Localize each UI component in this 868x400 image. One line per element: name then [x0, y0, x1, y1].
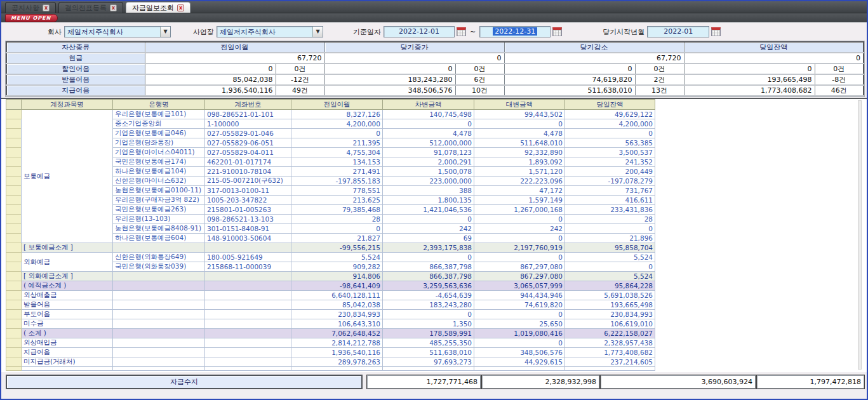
row-selector-cell[interactable]	[6, 186, 22, 196]
summary-row[interactable]: 할인어음00건00건00건00건	[6, 63, 864, 74]
calendar-icon[interactable]	[552, 27, 562, 36]
bank-name-cell: 기업은행(당좌통장)	[113, 138, 205, 148]
close-icon[interactable]: x	[177, 4, 184, 11]
table-row[interactable]: [ 외화예금소계 ]914,806866,387,798867,297,0805…	[6, 272, 655, 281]
row-selector-cell[interactable]	[6, 234, 22, 243]
account-number-cell	[205, 272, 291, 281]
table-row[interactable]: 미지급금(거래처)289,978,26397,693,27344,929,615…	[6, 357, 655, 367]
row-selector-cell[interactable]	[6, 338, 22, 348]
row-selector-cell[interactable]	[6, 129, 22, 138]
table-row[interactable]: 외화예금신한은행(외화통장649)180-005-9216495,524005,…	[6, 253, 655, 262]
table-row[interactable]: 미수금106,643,3101,35025,650106,619,010	[6, 319, 655, 329]
fund-balance-footer: 자금수지 1,727,771,468 2,328,932,998 3,690,6…	[6, 375, 867, 389]
amount-cell: 242	[474, 224, 565, 234]
row-selector-cell[interactable]	[6, 329, 22, 338]
amount-cell: 8,327,126	[291, 110, 383, 119]
row-selector-cell[interactable]	[6, 177, 22, 186]
tab-voucher-entry[interactable]: 결의전표등록 x	[58, 2, 123, 13]
row-selector-cell[interactable]	[6, 281, 22, 291]
company-select[interactable]: 제일저지주식회사 ▼	[64, 26, 171, 37]
table-row[interactable]: [ 보통예금소계 ]-99,556,2152,393,175,8382,197,…	[6, 243, 655, 253]
account-number-cell: 1005-203-347822	[205, 196, 291, 205]
amount-cell: 5,524	[565, 272, 655, 281]
table-row[interactable]: ( 소계 )7,062,648,452178,589,9911,019,080,…	[6, 329, 655, 338]
row-selector-cell[interactable]	[6, 205, 22, 215]
vertical-scrollbar[interactable]	[858, 100, 862, 370]
row-selector-cell[interactable]	[6, 357, 22, 367]
row-selector-cell[interactable]	[6, 215, 22, 224]
close-icon[interactable]: x	[110, 4, 117, 11]
amount-cell: 867,297,080	[474, 272, 565, 281]
row-selector-cell[interactable]	[6, 224, 22, 234]
amount-cell: 2,197,760,919	[474, 243, 565, 253]
date-range-tilde: ~	[470, 28, 476, 36]
amount-cell: 0	[291, 129, 383, 138]
account-number-cell: 180-005-921649	[205, 253, 291, 262]
amount-cell: 95,858,704	[565, 243, 655, 253]
row-selector-cell[interactable]	[6, 243, 22, 253]
bank-name-cell	[113, 291, 205, 300]
amount-cell: 485,255,350	[383, 338, 474, 348]
table-row[interactable]: 지급어음1,936,540,116511,638,010348,506,5761…	[6, 348, 655, 357]
row-selector-cell[interactable]	[6, 319, 22, 329]
amount-cell: 1,267,000,168	[474, 205, 565, 215]
table-row[interactable]: 보통예금우리은행(보통예금101)098-286521-01-1018,327,…	[6, 110, 655, 119]
table-row[interactable]: 받을어음85,042,038183,243,28074,619,820193,6…	[6, 300, 655, 310]
summary-row[interactable]: 받을어음85,042,038-12건183,243,2806건74,619,82…	[6, 74, 864, 85]
summary-amount-cell: 0	[324, 53, 504, 63]
row-selector-cell[interactable]	[6, 348, 22, 357]
bank-name-cell	[113, 300, 205, 310]
amount-cell: 193,665,498	[565, 300, 655, 310]
row-selector-cell[interactable]	[6, 310, 22, 319]
row-selector-cell[interactable]	[6, 110, 22, 119]
period-start-input[interactable]: 2022-01	[647, 26, 709, 37]
chevron-down-icon[interactable]: ▼	[160, 27, 170, 37]
calendar-icon[interactable]	[711, 27, 721, 36]
amount-cell: 79,385,468	[291, 205, 383, 215]
date-from-input[interactable]: 2022-12-01	[384, 26, 455, 37]
amount-cell: 21,896	[565, 234, 655, 243]
row-selector-cell[interactable]	[6, 196, 22, 205]
row-selector-cell[interactable]	[6, 138, 22, 148]
calendar-icon[interactable]	[457, 27, 466, 36]
account-number-cell	[205, 329, 291, 338]
detail-column-header: 차변금액	[383, 100, 474, 110]
tab-notice[interactable]: 공지사항 x	[5, 2, 56, 13]
date-to-input[interactable]: 2022-12-31	[479, 26, 551, 37]
site-select[interactable]: 제일저지주식회사 ▼	[217, 26, 323, 37]
menu-open-button[interactable]: MENU OPEN	[5, 14, 58, 22]
row-selector-cell[interactable]	[6, 291, 22, 300]
account-detail-table: 계정과목명은행명계좌번호전일이월차변금액대변금액당일잔액보통예금우리은행(보통예…	[6, 99, 655, 371]
summary-amount-cell: 193,665,498	[684, 74, 815, 85]
summary-row[interactable]: 현금67,720067,7200	[6, 53, 864, 63]
summary-amount-cell: 1,936,540,116	[145, 85, 276, 96]
amount-cell: 348,506,576	[474, 348, 565, 357]
amount-cell: 49,629,122	[565, 110, 655, 119]
table-row[interactable]: ( 예적금소계 )-98,641,4093,259,563,6363,065,0…	[6, 281, 655, 291]
table-row[interactable]: 부도어음230,834,99300230,834,993	[6, 310, 655, 319]
row-selector-cell[interactable]	[6, 148, 22, 157]
table-row[interactable]: 외상매입금2,814,212,788485,255,35002,328,957,…	[6, 338, 655, 348]
amount-cell: 99,443,502	[474, 110, 565, 119]
chevron-down-icon[interactable]: ▼	[312, 27, 323, 37]
amount-cell: 237,214,605	[565, 357, 655, 367]
summary-amount-cell: 348,506,576	[324, 85, 455, 96]
detail-header-selector	[6, 100, 22, 110]
amount-cell: 0	[474, 253, 565, 262]
row-selector-cell[interactable]	[6, 119, 22, 129]
row-selector-cell[interactable]	[6, 272, 22, 281]
row-selector-cell[interactable]	[6, 300, 22, 310]
close-icon[interactable]: x	[43, 4, 50, 11]
empty-cell	[291, 367, 383, 371]
table-row[interactable]: 외상매출금6,640,128,111-4,654,639944,434,9465…	[6, 291, 655, 300]
row-selector-cell[interactable]	[6, 167, 22, 177]
tab-fund-daily-report[interactable]: 자금일보조회 x	[126, 2, 190, 13]
row-selector-cell[interactable]	[6, 253, 22, 262]
amount-cell: 3,259,563,636	[383, 281, 474, 291]
amount-cell: 233,431,836	[565, 205, 655, 215]
amount-cell: 416,611	[565, 196, 655, 205]
amount-cell: 0	[565, 224, 655, 234]
row-selector-cell[interactable]	[6, 262, 22, 272]
row-selector-cell[interactable]	[6, 157, 22, 167]
summary-row[interactable]: 지급어음1,936,540,11649건348,506,57610건511,63…	[6, 85, 864, 96]
